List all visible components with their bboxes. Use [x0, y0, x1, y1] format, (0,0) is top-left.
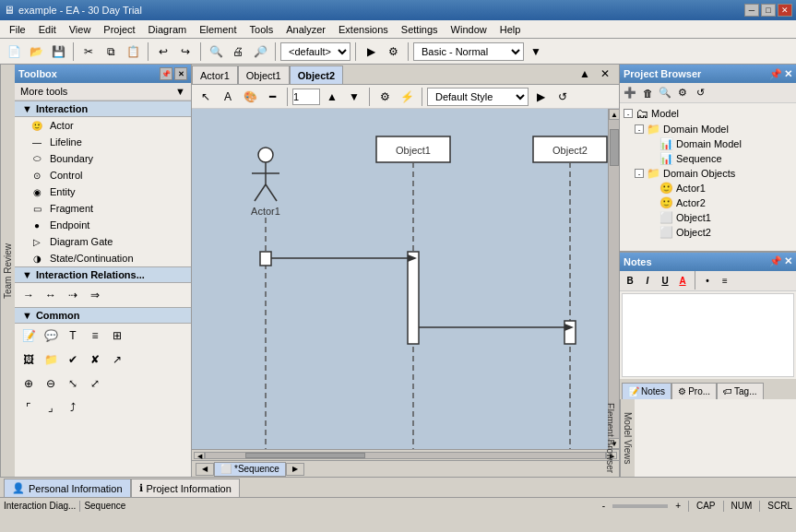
menu-analyzer[interactable]: Analyzer: [280, 22, 331, 37]
notes-close-btn[interactable]: ✕: [784, 255, 792, 267]
grid-btn[interactable]: ⊞: [107, 325, 127, 346]
tree-domain-objects-folder[interactable]: - 📁 Domain Objects: [622, 166, 794, 181]
copy-btn[interactable]: ⧉: [101, 41, 121, 62]
h-scroll-thumb[interactable]: [245, 453, 365, 458]
menu-project[interactable]: Project: [98, 22, 140, 37]
diagonal-btn[interactable]: ⤴: [63, 397, 83, 418]
save-btn[interactable]: 💾: [48, 41, 68, 62]
scroll-track[interactable]: [609, 120, 619, 438]
menu-element[interactable]: Element: [194, 22, 242, 37]
model-expand[interactable]: -: [624, 109, 633, 118]
tool-fragment[interactable]: ▭ Fragment: [15, 200, 191, 217]
paste-btn[interactable]: 📋: [123, 41, 143, 62]
scroll-thumb[interactable]: [610, 129, 619, 166]
line-btn[interactable]: ━: [262, 87, 282, 107]
pb-delete-btn[interactable]: 🗑: [639, 85, 656, 101]
tool-actor[interactable]: 🙂 Actor: [15, 117, 191, 134]
undo-btn[interactable]: ↩: [153, 41, 173, 62]
zoom-plus-icon[interactable]: +: [675, 501, 681, 511]
check-btn[interactable]: ✔: [63, 349, 83, 370]
element-style-dropdown[interactable]: Default Style: [427, 88, 529, 106]
tool-diagram-gate[interactable]: ▷ Diagram Gate: [15, 233, 191, 250]
toolbox-section-relations[interactable]: ▼ Interaction Relations...: [15, 266, 191, 283]
menu-help[interactable]: Help: [494, 22, 527, 37]
text-btn[interactable]: T: [63, 325, 83, 346]
tree-actor2[interactable]: 🙂 Actor2: [622, 195, 794, 210]
menu-window[interactable]: Window: [446, 22, 493, 37]
title-controls[interactable]: ─ □ ✕: [744, 4, 792, 17]
debug-btn[interactable]: ⚙: [383, 41, 403, 62]
notes-color-btn[interactable]: A: [674, 272, 691, 289]
zoom-slider[interactable]: [612, 504, 668, 508]
corner-dr-btn[interactable]: ⌟: [41, 397, 61, 418]
menu-tools[interactable]: Tools: [244, 22, 279, 37]
tab-close[interactable]: ✕: [595, 64, 615, 84]
pb-settings-btn[interactable]: ⚙: [674, 85, 691, 101]
style-go-btn[interactable]: ▶: [530, 87, 551, 107]
maximize-btn[interactable]: □: [761, 4, 776, 17]
h-scroll-track[interactable]: [205, 452, 606, 459]
zoom-in-btn[interactable]: ⊕: [18, 373, 39, 394]
diagram-h-scrollbar[interactable]: ◀ ▶: [192, 449, 619, 460]
tool-entity[interactable]: ◉ Entity: [15, 183, 191, 200]
notes-bullet-btn[interactable]: •: [699, 272, 716, 289]
apply-style-btn[interactable]: ⚙: [374, 87, 395, 107]
tool-endpoint[interactable]: ● Endpoint: [15, 217, 191, 233]
notes-tab-pro[interactable]: ⚙ Pro...: [671, 383, 717, 399]
zoom-btn[interactable]: 🔎: [250, 41, 270, 62]
more-tools-bar[interactable]: More tools ▼: [15, 83, 191, 100]
tree-domain-model-diag[interactable]: 📊 Domain Model: [622, 136, 794, 151]
search-btn[interactable]: 🔍: [206, 41, 226, 62]
tree-object2[interactable]: ⬜ Object2: [622, 225, 794, 240]
tree-model[interactable]: - 🗂 Model: [622, 105, 794, 122]
pb-refresh-btn[interactable]: ↺: [692, 85, 708, 101]
pb-pin-btn[interactable]: 📌: [769, 68, 782, 80]
comment-btn[interactable]: 💬: [41, 325, 61, 346]
style-dropdown[interactable]: Basic - Normal: [413, 42, 524, 61]
tab-actor1[interactable]: Actor1: [192, 65, 238, 84]
select-btn[interactable]: ↖: [196, 87, 216, 107]
style-options-btn[interactable]: ▼: [526, 41, 546, 62]
pb-add-btn[interactable]: ➕: [622, 85, 638, 101]
resize-btn[interactable]: ⤡: [63, 373, 83, 394]
pb-close-btn[interactable]: ✕: [784, 68, 792, 80]
scroll-up-btn[interactable]: ▲: [609, 109, 619, 120]
tree-actor1[interactable]: 🙂 Actor1: [622, 181, 794, 195]
menu-view[interactable]: View: [64, 22, 97, 37]
list-btn[interactable]: ≡: [85, 325, 105, 346]
diagram-canvas[interactable]: Actor1 Object1 Object2: [192, 109, 608, 449]
image-btn[interactable]: 🖼: [18, 349, 39, 370]
notes-tab-tag[interactable]: 🏷 Tag...: [717, 383, 763, 399]
tool-state-continuation[interactable]: ◑ State/Continuation: [15, 250, 191, 266]
zoom-down-btn[interactable]: ▼: [344, 87, 364, 107]
notes-tab-notes[interactable]: 📝 Notes: [622, 383, 671, 399]
menu-extensions[interactable]: Extensions: [333, 22, 394, 37]
element-browser-sidebar[interactable]: Model Views Element Browser: [620, 399, 635, 477]
toolbox-close-btn[interactable]: ✕: [174, 67, 187, 80]
arrow-both-btn[interactable]: ↔: [41, 285, 61, 305]
tab-nav-left[interactable]: ◀: [196, 463, 214, 476]
color-btn[interactable]: 🎨: [240, 87, 260, 107]
notes-bold-btn[interactable]: B: [622, 272, 638, 289]
fit-btn[interactable]: ⤢: [85, 373, 105, 394]
tool-boundary[interactable]: ⬭ Boundary: [15, 150, 191, 167]
run-btn[interactable]: ▶: [361, 41, 381, 62]
notes-content[interactable]: [622, 293, 794, 377]
menu-diagram[interactable]: Diagram: [143, 22, 193, 37]
tree-domain-model-folder[interactable]: - 📁 Domain Model: [622, 122, 794, 136]
style-refresh-btn[interactable]: ↺: [552, 87, 573, 107]
close-btn[interactable]: ✕: [778, 4, 792, 17]
menu-edit[interactable]: Edit: [33, 22, 62, 37]
zoom-input[interactable]: [292, 89, 320, 105]
print-btn[interactable]: 🖨: [228, 41, 248, 62]
minimize-btn[interactable]: ─: [744, 4, 759, 17]
apply-all-btn[interactable]: ⚡: [397, 87, 417, 107]
tab-object2[interactable]: Object2: [290, 65, 343, 84]
redo-btn[interactable]: ↪: [175, 41, 196, 62]
tab-scroll-up[interactable]: ▲: [575, 64, 595, 84]
team-review-sidebar[interactable]: Team Review: [0, 65, 15, 477]
canvas-v-scrollbar[interactable]: ▲ ▼: [608, 109, 619, 449]
zoom-up-btn[interactable]: ▲: [322, 87, 342, 107]
tab-nav-right[interactable]: ▶: [286, 463, 304, 476]
tree-sequence[interactable]: 📊 Sequence: [622, 151, 794, 166]
